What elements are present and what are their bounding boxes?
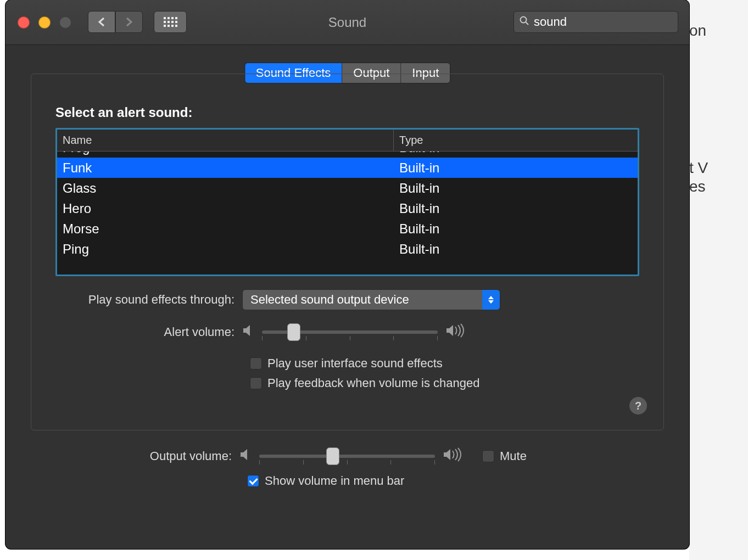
- alert-volume-row: Alert volume:: [55, 323, 639, 341]
- output-volume-row: Output volume: Mute: [31, 447, 664, 465]
- cell-name: Ping: [57, 242, 394, 257]
- cell-type: Built-in: [394, 221, 638, 237]
- table-row[interactable]: PingBuilt-in: [57, 239, 638, 259]
- cell-name: Hero: [57, 201, 394, 216]
- titlebar: Sound: [5, 0, 689, 45]
- background-app-fragment: on t V es: [689, 0, 748, 560]
- speaker-low-icon: [242, 324, 254, 340]
- show-volume-menubar-checkbox[interactable]: [247, 475, 259, 487]
- search-field[interactable]: [513, 11, 678, 33]
- sound-preferences-window: Sound Sound Effects Output Input Select …: [5, 0, 689, 549]
- search-input[interactable]: [534, 15, 685, 29]
- table-row[interactable]: FrogBuilt-in: [57, 152, 638, 158]
- cell-type: Built-in: [394, 152, 638, 155]
- table-row[interactable]: MorseBuilt-in: [57, 219, 638, 239]
- play-feedback-label: Play feedback when volume is changed: [267, 376, 479, 390]
- show-volume-menubar-label: Show volume in menu bar: [265, 474, 404, 488]
- close-window-button[interactable]: [18, 16, 30, 29]
- output-volume-slider[interactable]: [259, 448, 435, 464]
- output-volume-label: Output volume:: [31, 449, 239, 463]
- cell-type: Built-in: [394, 181, 638, 196]
- table-row[interactable]: HeroBuilt-in: [57, 198, 638, 219]
- mute-label: Mute: [500, 449, 527, 463]
- mute-checkbox[interactable]: [482, 450, 494, 462]
- table-row[interactable]: GlassBuilt-in: [57, 178, 638, 198]
- show-all-button[interactable]: [154, 11, 187, 33]
- speaker-high-icon: [445, 323, 466, 341]
- table-row[interactable]: FunkBuilt-in: [57, 158, 638, 178]
- search-icon: [520, 16, 529, 28]
- grid-icon: [164, 17, 177, 27]
- show-volume-menubar-row: Show volume in menu bar: [247, 474, 664, 488]
- minimize-window-button[interactable]: [38, 16, 51, 29]
- select-stepper-icon: [482, 290, 500, 310]
- alert-volume-label: Alert volume:: [55, 325, 242, 339]
- svg-line-1: [526, 23, 529, 25]
- speaker-low-icon: [239, 448, 252, 464]
- window-title: Sound: [328, 15, 366, 30]
- mute-row: Mute: [482, 449, 527, 463]
- sound-effects-panel: Select an alert sound: Name Type FrogBui…: [31, 74, 664, 430]
- play-ui-sounds-label: Play user interface sound effects: [267, 356, 443, 371]
- play-feedback-checkbox[interactable]: [250, 377, 262, 389]
- column-type[interactable]: Type: [394, 130, 638, 151]
- speaker-high-icon: [443, 447, 464, 465]
- play-feedback-row: Play feedback when volume is changed: [250, 376, 639, 390]
- play-through-label: Play sound effects through:: [55, 293, 242, 307]
- alert-sound-label: Select an alert sound:: [55, 105, 639, 120]
- zoom-window-button[interactable]: [59, 16, 71, 29]
- cell-name: Morse: [57, 221, 394, 237]
- svg-point-0: [521, 17, 527, 23]
- alert-sound-table[interactable]: Name Type FrogBuilt-inFunkBuilt-inGlassB…: [55, 128, 639, 276]
- play-through-row: Play sound effects through: Selected sou…: [55, 289, 639, 310]
- nav-buttons: [88, 11, 143, 33]
- window-controls: [18, 16, 71, 29]
- cell-name: Glass: [57, 181, 394, 196]
- back-button[interactable]: [88, 11, 115, 33]
- forward-button[interactable]: [115, 11, 143, 33]
- cell-name: Frog: [57, 152, 394, 155]
- cell-type: Built-in: [394, 160, 638, 176]
- output-volume-section: Output volume: Mute: [31, 442, 664, 488]
- help-button[interactable]: ?: [629, 397, 647, 415]
- play-through-select[interactable]: Selected sound output device: [242, 289, 500, 310]
- play-ui-sounds-checkbox[interactable]: [250, 357, 262, 369]
- cell-type: Built-in: [394, 201, 638, 216]
- table-body-scroll[interactable]: FrogBuilt-inFunkBuilt-inGlassBuilt-inHer…: [57, 152, 638, 276]
- play-through-value: Selected sound output device: [250, 293, 409, 307]
- table-header: Name Type: [57, 130, 638, 152]
- cell-type: Built-in: [394, 242, 638, 257]
- cell-name: Funk: [57, 160, 394, 176]
- play-ui-sounds-row: Play user interface sound effects: [250, 356, 639, 371]
- alert-volume-slider[interactable]: [262, 324, 438, 340]
- column-name[interactable]: Name: [57, 130, 394, 151]
